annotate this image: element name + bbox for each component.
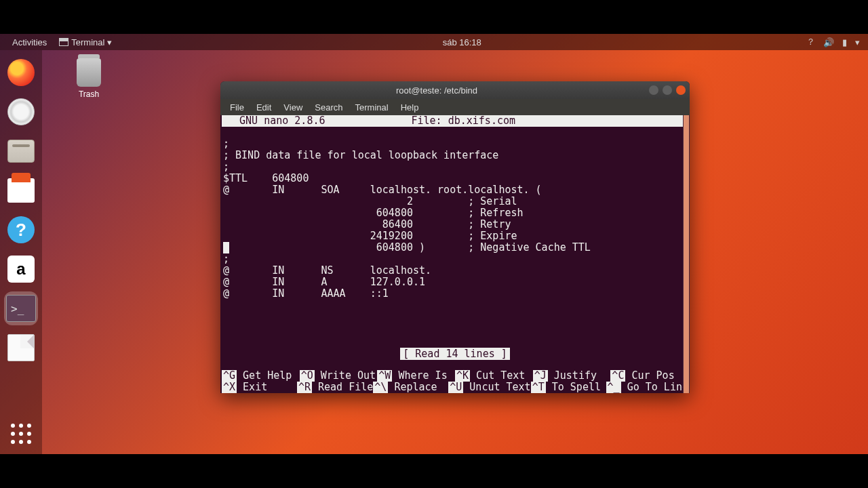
menu-file[interactable]: File <box>224 101 250 114</box>
document-icon <box>7 334 35 361</box>
terminal-icon <box>59 38 68 46</box>
chevron-down-icon[interactable]: ▾ <box>855 37 860 47</box>
question-icon[interactable]: ？ <box>806 36 815 48</box>
dock: ? a >_ <box>0 50 42 454</box>
files-icon <box>7 140 35 163</box>
nano-help: ^G Get Help^O Write Out^W Where Is^K Cut… <box>220 370 690 393</box>
nano-body: ;; BIND data file for local loopback int… <box>222 138 688 300</box>
dock-item-rhythmbox[interactable] <box>5 96 37 127</box>
show-applications-button[interactable] <box>9 422 33 446</box>
terminal-icon: >_ <box>6 295 36 322</box>
battery-icon[interactable]: ▮ <box>842 37 847 47</box>
dock-item-terminal[interactable]: >_ <box>5 293 37 324</box>
dock-item-files[interactable] <box>5 136 37 167</box>
desktop-icon-label: Trash <box>65 89 113 99</box>
activities-button[interactable]: Activities <box>5 37 54 47</box>
close-button[interactable] <box>676 85 686 95</box>
clock-label[interactable]: sáb 16:18 <box>117 37 806 47</box>
terminal-scrollbar[interactable] <box>683 115 690 393</box>
terminal-window: root@teste: /etc/bind File Edit View Sea… <box>220 81 690 393</box>
terminal-content[interactable]: GNU nano 2.8.6 File: db.xifs.com ;; BIND… <box>220 115 690 393</box>
menubar: File Edit View Search Terminal Help <box>220 99 690 115</box>
titlebar[interactable]: root@teste: /etc/bind <box>220 81 690 99</box>
menu-terminal[interactable]: Terminal <box>350 101 394 114</box>
nano-header: GNU nano 2.8.6 File: db.xifs.com <box>222 115 688 127</box>
volume-icon[interactable]: 🔊 <box>823 37 834 47</box>
trash-icon <box>77 58 101 87</box>
dock-item-software[interactable] <box>5 175 37 206</box>
software-icon <box>7 178 35 203</box>
dock-item-firefox[interactable] <box>5 57 37 88</box>
window-title: root@teste: /etc/bind <box>224 85 649 96</box>
minimize-button[interactable] <box>649 85 658 95</box>
nano-app-label: GNU nano 2.8.6 <box>227 115 326 127</box>
menu-help[interactable]: Help <box>395 101 425 114</box>
top-bar: Activities Terminal ▾ sáb 16:18 ？ 🔊 ▮ ▾ <box>0 34 868 50</box>
system-tray[interactable]: ？ 🔊 ▮ ▾ <box>806 36 863 48</box>
dock-item-help[interactable]: ? <box>5 214 37 245</box>
menu-search[interactable]: Search <box>309 101 348 114</box>
firefox-icon <box>7 59 35 86</box>
dock-item-amazon[interactable]: a <box>5 253 37 285</box>
menu-edit[interactable]: Edit <box>251 101 277 114</box>
app-menu[interactable]: Terminal ▾ <box>54 37 117 47</box>
app-menu-label: Terminal <box>71 37 104 47</box>
letterbox-top <box>0 0 868 34</box>
chevron-down-icon: ▾ <box>107 37 112 47</box>
dock-item-libreoffice[interactable] <box>5 332 37 363</box>
maximize-button[interactable] <box>663 85 672 95</box>
nano-file-label: File: db.xifs.com <box>326 115 602 127</box>
disc-icon <box>7 98 35 125</box>
help-icon: ? <box>7 216 35 243</box>
amazon-icon: a <box>7 256 35 283</box>
desktop-icon-trash[interactable]: Trash <box>65 58 113 99</box>
nano-status: [ Read 14 lines ] <box>222 348 688 360</box>
desktop-screen: Activities Terminal ▾ sáb 16:18 ？ 🔊 ▮ ▾ … <box>0 34 868 454</box>
menu-view[interactable]: View <box>278 101 308 114</box>
letterbox-bottom <box>0 454 868 488</box>
